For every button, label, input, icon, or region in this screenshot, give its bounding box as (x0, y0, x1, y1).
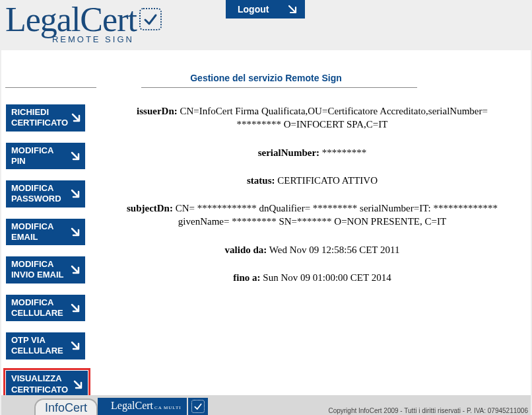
footer: InfoCert LegalCert CA MULTI Copyright In… (1, 395, 531, 415)
arrow-icon (72, 379, 84, 391)
arrow-icon (69, 264, 81, 276)
divider (5, 87, 96, 88)
page-title: Gestione del servizio Remote Sign (1, 50, 531, 90)
logout-button[interactable]: Logout (226, 0, 305, 19)
sidebar-item-label: MODIFICA EMAIL (11, 221, 69, 243)
arrow-icon (71, 112, 81, 124)
validto-row: fino a: Sun Nov 09 01:00:00 CET 2014 (120, 271, 504, 284)
arrow-icon (69, 226, 81, 238)
sidebar-item[interactable]: RICHIEDI CERTIFICATO (6, 104, 85, 132)
sidebar-item-label: MODIFICA PASSWORD (11, 183, 69, 205)
serial-row: serialNumber: ********* (120, 146, 504, 159)
check-icon (139, 8, 162, 30)
arrow-icon (69, 188, 81, 200)
sidebar-item[interactable]: OTP VIA CELLULARE (6, 332, 85, 359)
validfrom-row: valido da: Wed Nov 09 12:58:56 CET 2011 (120, 243, 504, 256)
main-area: RICHIEDI CERTIFICATOMODIFICA PINMODIFICA… (1, 90, 531, 410)
brand-name: LegalCert (5, 3, 137, 37)
sidebar-item[interactable]: VISUALIZZA CERTIFICATO (6, 371, 88, 398)
arrow-icon (286, 3, 298, 15)
brand-logo: LegalCert REMOTE SIGN (5, 3, 162, 44)
header: LegalCert REMOTE SIGN Logout (0, 0, 532, 50)
arrow-icon (69, 150, 81, 162)
sidebar-item-label: MODIFICA PIN (11, 145, 69, 167)
sidebar-item[interactable]: MODIFICA EMAIL (6, 219, 85, 246)
content: Gestione del servizio Remote Sign RICHIE… (1, 50, 531, 410)
sidebar-item-label: MODIFICA CELLULARE (11, 297, 69, 319)
sidebar-item[interactable]: MODIFICA INVIO EMAIL (6, 256, 85, 283)
certificate-detail: issuerDn: CN=InfoCert Firma Qualificata,… (94, 90, 531, 410)
subject-row: subjectDn: CN= ************ dnQualifier=… (120, 202, 504, 229)
footer-logos: InfoCert LegalCert CA MULTI (1, 398, 208, 415)
legalcert-logo: LegalCert CA MULTI (98, 398, 187, 415)
logout-label: Logout (238, 4, 269, 15)
sidebar-item[interactable]: MODIFICA PIN (6, 143, 85, 170)
arrow-icon (69, 340, 81, 352)
sidebar-item[interactable]: MODIFICA CELLULARE (6, 295, 85, 322)
sidebar-item-label: VISUALIZZA CERTIFICATO (11, 373, 72, 395)
status-row: status: CERTIFICATO ATTIVO (120, 174, 504, 187)
arrow-icon (69, 302, 81, 314)
sidebar-item[interactable]: MODIFICA PASSWORD (6, 180, 85, 208)
divider (141, 87, 417, 88)
sidebar-item-label: RICHIEDI CERTIFICATO (11, 107, 71, 129)
footer-check-icon (188, 398, 208, 415)
sidebar-item-label: MODIFICA INVIO EMAIL (11, 259, 69, 281)
issuer-row: issuerDn: CN=InfoCert Firma Qualificata,… (120, 104, 504, 132)
infocert-logo: InfoCert (34, 398, 98, 415)
footer-copyright: Copyright InfoCert 2009 - Tutti i diritt… (328, 407, 531, 415)
sidebar-item-label: OTP VIA CELLULARE (11, 335, 69, 357)
sidebar: RICHIEDI CERTIFICATOMODIFICA PINMODIFICA… (1, 90, 94, 410)
